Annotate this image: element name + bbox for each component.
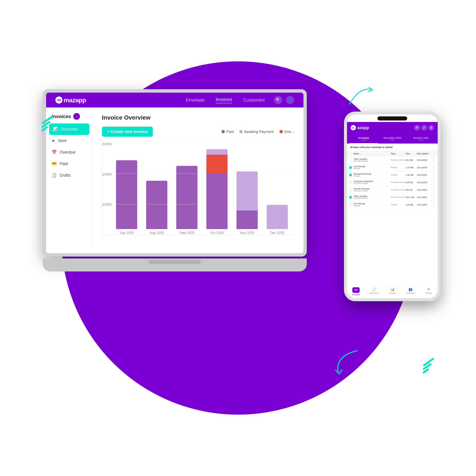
bar-oct-overdue bbox=[206, 155, 228, 173]
phone-download-btn[interactable]: ⬇ bbox=[428, 125, 434, 131]
row-type-col: Receipt bbox=[391, 174, 406, 176]
phone-logo-icon: m bbox=[351, 125, 356, 130]
bar-sept: Sept 2020 bbox=[174, 136, 200, 235]
row-name: Fuel Receipt bbox=[354, 203, 391, 205]
col-actions bbox=[432, 153, 435, 155]
row-type: Purchase Invoice bbox=[354, 182, 391, 185]
row-menu[interactable]: ⋮ bbox=[432, 188, 435, 191]
sidebar-item-overview[interactable]: 📊 Overview bbox=[49, 123, 89, 135]
col-name[interactable]: Name ↑ bbox=[354, 153, 391, 155]
col-date[interactable]: Date added ↑ bbox=[417, 153, 432, 155]
laptop-screen-content: m mazapp Envelope Invoices Customers 🔍 👤 bbox=[46, 93, 304, 253]
paid-icon: 💳 bbox=[52, 161, 57, 166]
accent-lines-left bbox=[41, 119, 54, 130]
bar-dec: Dec 2020 bbox=[264, 136, 290, 235]
phone-tab-october[interactable]: October 2020 1 files bbox=[407, 135, 435, 144]
user-icon-btn[interactable]: 👤 bbox=[286, 96, 294, 104]
row-checkbox[interactable] bbox=[349, 181, 352, 184]
laptop-logo: m mazapp bbox=[55, 97, 86, 104]
sidebar-item-paid[interactable]: 💳 Paid bbox=[46, 158, 92, 170]
nav-link-envelope[interactable]: Envelope bbox=[186, 97, 204, 103]
row-type-col: Purchase Invoice bbox=[391, 196, 406, 198]
col-type[interactable]: Type ↑ bbox=[391, 153, 406, 155]
phone-nav-envelope[interactable]: ✉ Envelope bbox=[347, 287, 365, 296]
phone-nav-invoices[interactable]: 📊 Invoices bbox=[383, 287, 401, 296]
create-invoice-button[interactable]: + Create new invoice bbox=[102, 127, 153, 137]
row-size: 321.4 KB bbox=[406, 196, 417, 198]
row-type: Purchase Invoice bbox=[354, 197, 391, 199]
row-type-col: Receipt bbox=[391, 166, 406, 169]
nav-link-invoices[interactable]: Invoices bbox=[216, 97, 232, 103]
laptop-device: m mazapp Envelope Invoices Customers 🔍 👤 bbox=[43, 89, 307, 272]
page-title: Invoice Overview bbox=[102, 114, 294, 121]
laptop-navbar: m mazapp Envelope Invoices Customers 🔍 👤 bbox=[46, 93, 304, 107]
col-size[interactable]: Size ↑ bbox=[406, 153, 417, 155]
envelope-nav-icon: ✉ bbox=[355, 288, 357, 292]
phone-header-icons: 🔍 ✓ ⬇ bbox=[414, 125, 434, 131]
row-checkbox[interactable]: ✓ bbox=[349, 174, 352, 176]
decorative-arrow-bottom bbox=[329, 345, 366, 383]
search-icon-btn[interactable]: 🔍 bbox=[274, 96, 282, 104]
row-checkbox[interactable]: ✓ bbox=[349, 196, 352, 199]
phone-device: m azapp 🔍 ✓ ⬇ Envelope 3 files bbox=[344, 112, 441, 301]
laptop-nav-links: Envelope Invoices Customers bbox=[186, 97, 265, 103]
customers-nav-icon: 👥 bbox=[408, 287, 413, 291]
sidebar-item-overdue[interactable]: 📅 Overdue bbox=[46, 147, 92, 158]
bar-nov-paid bbox=[237, 210, 258, 229]
y-label-1000: £1000 bbox=[102, 203, 113, 206]
bar-dec-awaiting bbox=[267, 205, 288, 229]
row-menu[interactable]: ⋮ bbox=[432, 166, 435, 169]
row-menu[interactable]: ⋮ bbox=[432, 195, 435, 199]
laptop-hinge-notch bbox=[149, 260, 201, 264]
row-size: 1.47 MB bbox=[406, 166, 417, 169]
row-menu[interactable]: ⋮ bbox=[432, 173, 435, 177]
row-date: 10/11/2020 bbox=[417, 204, 432, 206]
phone-check-btn[interactable]: ✓ bbox=[421, 125, 427, 131]
row-name: Office Supplies bbox=[354, 158, 391, 160]
logo-icon: m bbox=[55, 97, 63, 103]
row-checkbox[interactable] bbox=[349, 204, 352, 206]
phone-nav-settings[interactable]: ⚙ Settings bbox=[420, 287, 438, 296]
row-menu[interactable]: ⋮ bbox=[432, 203, 435, 206]
row-checkbox[interactable] bbox=[349, 188, 352, 191]
documents-nav-icon: 📄 bbox=[372, 287, 376, 291]
bar-nov: Nov 2020 bbox=[234, 136, 260, 235]
row-type-col: Purchase Invoice bbox=[391, 159, 406, 161]
legend-awaiting: Awaiting Payment bbox=[239, 130, 274, 134]
row-type-col: Receipt bbox=[391, 204, 406, 206]
grid-line-2 bbox=[113, 173, 294, 174]
phone-notch-bar bbox=[347, 115, 438, 122]
row-date: 10/11/2020 bbox=[417, 196, 432, 198]
phone-search-btn[interactable]: 🔍 bbox=[414, 125, 420, 131]
row-date: 10/11/2020 bbox=[417, 174, 432, 176]
phone-nav-customers[interactable]: 👥 Customers bbox=[401, 287, 420, 296]
bar-july-label: July 2020 bbox=[119, 231, 134, 235]
row-size: 1.86 MB bbox=[406, 174, 417, 176]
overdue-dot bbox=[279, 130, 283, 133]
row-size: 502 KB bbox=[406, 189, 417, 191]
drafts-icon: 📋 bbox=[52, 173, 57, 178]
nav-link-customers[interactable]: Customers bbox=[243, 97, 265, 103]
sidebar-item-drafts[interactable]: 📋 Drafts bbox=[46, 170, 92, 181]
bar-aug-label: Aug 2020 bbox=[150, 231, 164, 235]
phone-tab-envelope[interactable]: Envelope 3 files bbox=[350, 135, 378, 144]
phone-header: m azapp 🔍 ✓ ⬇ bbox=[347, 122, 438, 135]
table-row: Domain Renewal Purchase Invoice Purchase… bbox=[347, 186, 438, 194]
chart-toolbar: + Create new invoice Paid Awaiting Payme… bbox=[102, 127, 294, 137]
table-row: Office Supplies Purchase Invoice Purchas… bbox=[347, 156, 438, 164]
settings-nav-icon: ⚙ bbox=[427, 287, 430, 291]
phone-tab-november[interactable]: November 2020 9 files bbox=[378, 135, 407, 144]
sent-icon: ➤ bbox=[52, 138, 55, 143]
row-menu[interactable]: ⋮ bbox=[432, 158, 435, 162]
row-menu[interactable]: ⋮ bbox=[432, 181, 435, 184]
legend-overdue: Ove... bbox=[279, 130, 294, 134]
table-row: ✓ Office Supplies Purchase Invoice Purch… bbox=[347, 194, 438, 201]
bar-aug: Aug 2020 bbox=[144, 136, 170, 235]
row-checkbox[interactable]: ✓ bbox=[349, 166, 352, 169]
bar-sept-label: Sept 2020 bbox=[179, 231, 194, 235]
phone-nav-documents[interactable]: 📄 Documents bbox=[365, 287, 383, 296]
sidebar-back-button[interactable]: ‹ bbox=[73, 113, 80, 120]
row-checkbox[interactable] bbox=[349, 159, 352, 161]
sidebar-item-sent[interactable]: ➤ Sent bbox=[46, 135, 92, 147]
accent-lines-right bbox=[422, 361, 435, 372]
